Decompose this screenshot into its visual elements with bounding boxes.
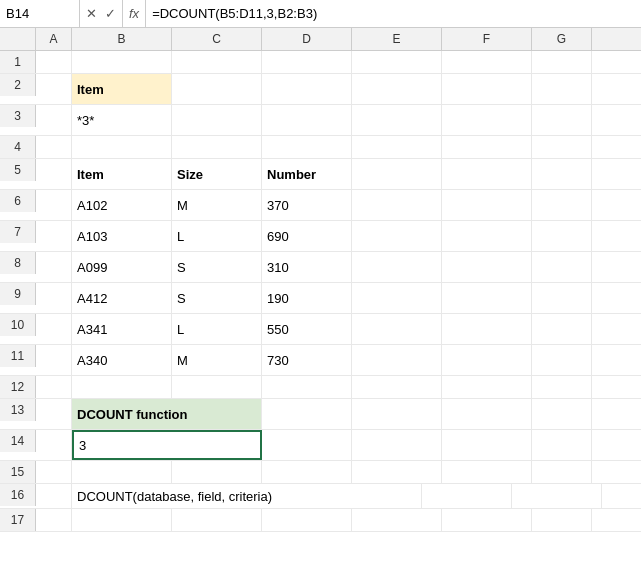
cell-g4[interactable] bbox=[532, 136, 592, 158]
cell-c9[interactable]: S bbox=[172, 283, 262, 313]
cell-a16[interactable] bbox=[36, 484, 72, 508]
cell-g1[interactable] bbox=[532, 51, 592, 73]
cell-f11[interactable] bbox=[442, 345, 532, 375]
cell-g14[interactable] bbox=[532, 430, 592, 460]
cell-b16[interactable]: DCOUNT(database, field, criteria) bbox=[72, 484, 422, 508]
cell-g7[interactable] bbox=[532, 221, 592, 251]
cell-b6[interactable]: A102 bbox=[72, 190, 172, 220]
cell-f15[interactable] bbox=[442, 461, 532, 483]
cell-b17[interactable] bbox=[72, 509, 172, 531]
cell-e15[interactable] bbox=[352, 461, 442, 483]
cell-d15[interactable] bbox=[262, 461, 352, 483]
cell-b13[interactable]: DCOUNT function bbox=[72, 399, 262, 429]
cell-b11[interactable]: A340 bbox=[72, 345, 172, 375]
cell-d6[interactable]: 370 bbox=[262, 190, 352, 220]
cell-a15[interactable] bbox=[36, 461, 72, 483]
cell-g17[interactable] bbox=[532, 509, 592, 531]
cell-a7[interactable] bbox=[36, 221, 72, 251]
cell-e6[interactable] bbox=[352, 190, 442, 220]
cell-a17[interactable] bbox=[36, 509, 72, 531]
cell-a4[interactable] bbox=[36, 136, 72, 158]
cell-e11[interactable] bbox=[352, 345, 442, 375]
cell-a5[interactable] bbox=[36, 159, 72, 189]
cell-a6[interactable] bbox=[36, 190, 72, 220]
cell-e9[interactable] bbox=[352, 283, 442, 313]
cell-c10[interactable]: L bbox=[172, 314, 262, 344]
cell-g13[interactable] bbox=[532, 399, 592, 429]
cell-d8[interactable]: 310 bbox=[262, 252, 352, 282]
cell-c15[interactable] bbox=[172, 461, 262, 483]
cancel-icon[interactable]: ✕ bbox=[84, 6, 99, 21]
cell-f12[interactable] bbox=[442, 376, 532, 398]
cell-f9[interactable] bbox=[442, 283, 532, 313]
cell-d3[interactable] bbox=[262, 105, 352, 135]
cell-e16[interactable] bbox=[422, 484, 512, 508]
cell-c11[interactable]: M bbox=[172, 345, 262, 375]
cell-d17[interactable] bbox=[262, 509, 352, 531]
cell-a1[interactable] bbox=[36, 51, 72, 73]
cell-e17[interactable] bbox=[352, 509, 442, 531]
cell-g3[interactable] bbox=[532, 105, 592, 135]
cell-a3[interactable] bbox=[36, 105, 72, 135]
cell-f7[interactable] bbox=[442, 221, 532, 251]
cell-d11[interactable]: 730 bbox=[262, 345, 352, 375]
cell-d5[interactable]: Number bbox=[262, 159, 352, 189]
cell-d13[interactable] bbox=[262, 399, 352, 429]
cell-c3[interactable] bbox=[172, 105, 262, 135]
cell-c1[interactable] bbox=[172, 51, 262, 73]
cell-e1[interactable] bbox=[352, 51, 442, 73]
cell-g10[interactable] bbox=[532, 314, 592, 344]
cell-f17[interactable] bbox=[442, 509, 532, 531]
cell-e14[interactable] bbox=[352, 430, 442, 460]
cell-f6[interactable] bbox=[442, 190, 532, 220]
cell-c6[interactable]: M bbox=[172, 190, 262, 220]
cell-g9[interactable] bbox=[532, 283, 592, 313]
cell-a9[interactable] bbox=[36, 283, 72, 313]
cell-g11[interactable] bbox=[532, 345, 592, 375]
cell-c17[interactable] bbox=[172, 509, 262, 531]
cell-f4[interactable] bbox=[442, 136, 532, 158]
cell-e7[interactable] bbox=[352, 221, 442, 251]
confirm-icon[interactable]: ✓ bbox=[103, 6, 118, 21]
cell-g8[interactable] bbox=[532, 252, 592, 282]
cell-a10[interactable] bbox=[36, 314, 72, 344]
cell-f13[interactable] bbox=[442, 399, 532, 429]
cell-g5[interactable] bbox=[532, 159, 592, 189]
cell-f8[interactable] bbox=[442, 252, 532, 282]
cell-g6[interactable] bbox=[532, 190, 592, 220]
cell-b4[interactable] bbox=[72, 136, 172, 158]
cell-g16[interactable] bbox=[602, 484, 641, 508]
cell-b10[interactable]: A341 bbox=[72, 314, 172, 344]
cell-e12[interactable] bbox=[352, 376, 442, 398]
cell-reference[interactable]: B14 bbox=[0, 0, 80, 27]
cell-b3[interactable]: *3* bbox=[72, 105, 172, 135]
cell-f3[interactable] bbox=[442, 105, 532, 135]
cell-c7[interactable]: L bbox=[172, 221, 262, 251]
cell-d14[interactable] bbox=[262, 430, 352, 460]
cell-c4[interactable] bbox=[172, 136, 262, 158]
cell-g12[interactable] bbox=[532, 376, 592, 398]
cell-a12[interactable] bbox=[36, 376, 72, 398]
cell-a14[interactable] bbox=[36, 430, 72, 460]
cell-d1[interactable] bbox=[262, 51, 352, 73]
cell-g2[interactable] bbox=[532, 74, 592, 104]
cell-c12[interactable] bbox=[172, 376, 262, 398]
cell-b5[interactable]: Item bbox=[72, 159, 172, 189]
cell-f14[interactable] bbox=[442, 430, 532, 460]
cell-b15[interactable] bbox=[72, 461, 172, 483]
cell-e4[interactable] bbox=[352, 136, 442, 158]
cell-c2[interactable] bbox=[172, 74, 262, 104]
cell-d12[interactable] bbox=[262, 376, 352, 398]
cell-d4[interactable] bbox=[262, 136, 352, 158]
cell-a13[interactable] bbox=[36, 399, 72, 429]
cell-g15[interactable] bbox=[532, 461, 592, 483]
cell-e8[interactable] bbox=[352, 252, 442, 282]
cell-d10[interactable]: 550 bbox=[262, 314, 352, 344]
cell-b8[interactable]: A099 bbox=[72, 252, 172, 282]
cell-e10[interactable] bbox=[352, 314, 442, 344]
cell-c5[interactable]: Size bbox=[172, 159, 262, 189]
cell-f5[interactable] bbox=[442, 159, 532, 189]
cell-e5[interactable] bbox=[352, 159, 442, 189]
cell-b1[interactable] bbox=[72, 51, 172, 73]
cell-f1[interactable] bbox=[442, 51, 532, 73]
